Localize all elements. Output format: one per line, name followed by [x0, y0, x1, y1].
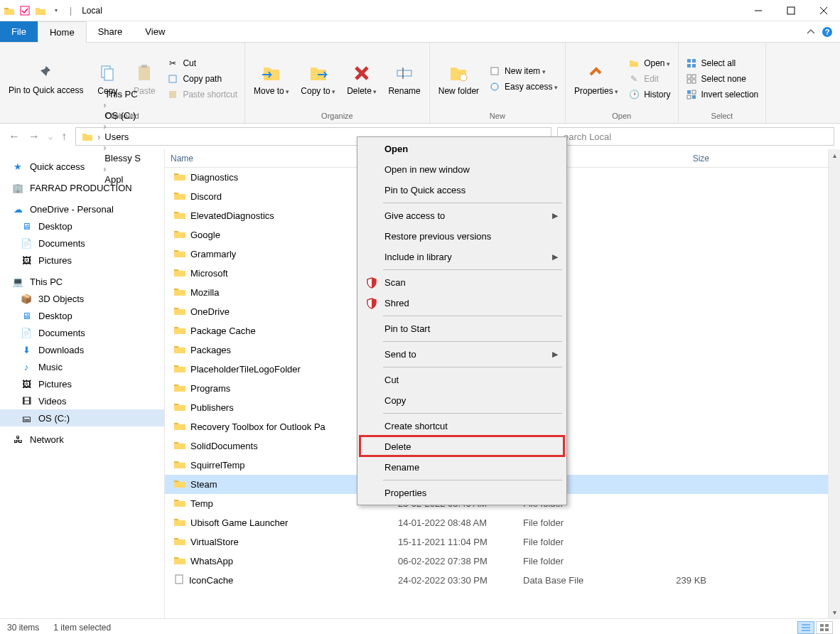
up-button[interactable]: ↑	[61, 130, 67, 143]
back-button[interactable]: ←	[9, 130, 20, 143]
new-folder-button[interactable]: New folder	[434, 60, 483, 97]
close-button[interactable]	[807, 0, 840, 21]
edit-button[interactable]: ✎Edit	[625, 72, 673, 86]
help-icon[interactable]: ?	[822, 26, 833, 38]
recent-dropdown-icon[interactable]: ⌵	[48, 133, 53, 141]
context-item-send-to[interactable]: Send to▶	[359, 344, 565, 365]
navigation-pane[interactable]: ★Quick access 🏢FARRAD PRODUCTION ☁OneDri…	[0, 149, 165, 618]
office-icon: 🏢	[11, 182, 24, 193]
qat-properties-checkbox-icon[interactable]	[18, 4, 31, 17]
nav-farrad[interactable]: 🏢FARRAD PRODUCTION	[0, 179, 164, 196]
vertical-scrollbar[interactable]: ▴ ▾	[828, 149, 840, 618]
nav-od-desktop[interactable]: 🖥Desktop	[0, 217, 164, 235]
view-large-icons-button[interactable]	[816, 621, 833, 634]
nav-desktop[interactable]: 🖥Desktop	[0, 307, 164, 324]
context-item-include-in-library[interactable]: Include in library▶	[359, 247, 565, 267]
nav-os-c[interactable]: 🖴OS (C:)	[0, 409, 164, 426]
svg-rect-23	[692, 75, 696, 78]
svg-rect-36	[820, 628, 824, 631]
properties-button[interactable]: Properties	[570, 60, 623, 97]
context-item-shred[interactable]: Shred	[359, 293, 565, 313]
context-item-open-in-new-window[interactable]: Open in new window	[359, 159, 565, 180]
chevron-icon[interactable]: ›	[102, 100, 107, 110]
nav-od-documents[interactable]: 📄Documents	[0, 235, 164, 252]
collapse-ribbon-icon[interactable]	[806, 27, 816, 37]
nav-buttons: ← → ⌵ ↑	[6, 130, 70, 143]
nav-documents[interactable]: 📄Documents	[0, 324, 164, 341]
breadcrumb-item[interactable]: OS (C:)	[102, 110, 144, 121]
open-button[interactable]: Open	[625, 56, 673, 70]
forward-button[interactable]: →	[28, 130, 40, 143]
nav-network[interactable]: 🖧Network	[0, 431, 164, 448]
context-item-pin-to-start[interactable]: Pin to Start	[359, 318, 565, 339]
view-details-button[interactable]	[797, 621, 814, 634]
search-input[interactable]: earch Local	[557, 127, 834, 146]
file-row[interactable]: Ubisoft Game Launcher14-01-2022 08:48 AM…	[165, 513, 840, 532]
context-item-pin-to-quick-access[interactable]: Pin to Quick access	[359, 180, 565, 200]
context-item-rename[interactable]: Rename	[359, 457, 565, 478]
svg-text:?: ?	[825, 28, 830, 36]
delete-button[interactable]: Delete	[343, 60, 381, 97]
scroll-track[interactable]	[829, 161, 840, 606]
copy-path-button[interactable]: Copy path	[164, 72, 240, 86]
scroll-up-icon[interactable]: ▴	[829, 149, 840, 161]
chevron-icon[interactable]: ›	[96, 131, 102, 142]
col-size[interactable]: Size	[630, 154, 715, 163]
chevron-icon[interactable]: ›	[102, 121, 107, 131]
folder-icon	[173, 498, 186, 510]
file-name: Discord	[190, 191, 222, 202]
nav-quick-access[interactable]: ★Quick access	[0, 158, 164, 175]
copy-to-icon	[307, 62, 330, 85]
pin-to-quick-access-button[interactable]: Pin to Quick access	[4, 60, 87, 97]
tab-home[interactable]: Home	[38, 21, 87, 43]
move-to-button[interactable]: Move to	[249, 60, 294, 97]
history-button[interactable]: 🕑History	[625, 87, 673, 102]
context-item-give-access-to[interactable]: Give access to▶	[359, 205, 565, 226]
pc-icon: 💻	[11, 276, 24, 287]
file-name: Mozilla	[190, 287, 219, 298]
select-all-button[interactable]: Select all	[683, 56, 762, 70]
submenu-arrow-icon: ▶	[552, 350, 558, 359]
context-item-properties[interactable]: Properties	[359, 483, 565, 503]
folder-open-icon[interactable]	[34, 4, 47, 17]
breadcrumb-item[interactable]: Users	[102, 131, 144, 142]
select-none-button[interactable]: Select none	[683, 72, 762, 86]
paste-shortcut-button[interactable]: Paste shortcut	[164, 87, 240, 102]
open-icon	[628, 58, 640, 69]
scroll-down-icon[interactable]: ▾	[829, 606, 840, 618]
cut-button[interactable]: ✂Cut	[164, 56, 240, 70]
file-row[interactable]: WhatsApp06-02-2022 07:38 PMFile folder	[165, 552, 840, 571]
nav-3d-objects[interactable]: 📦3D Objects	[0, 290, 164, 307]
nav-music[interactable]: ♪Music	[0, 358, 164, 375]
tab-view[interactable]: View	[134, 21, 176, 42]
breadcrumb-item[interactable]: This PC	[102, 89, 144, 100]
context-item-cut[interactable]: Cut	[359, 370, 565, 390]
qat-dropdown-icon[interactable]: ▾	[50, 4, 63, 17]
context-item-open[interactable]: Open	[359, 139, 565, 159]
context-item-scan[interactable]: Scan	[359, 272, 565, 293]
nav-onedrive[interactable]: ☁OneDrive - Personal	[0, 200, 164, 217]
new-item-button[interactable]: New item	[486, 64, 561, 78]
tab-share[interactable]: Share	[87, 21, 134, 42]
context-item-delete[interactable]: Delete	[359, 436, 565, 457]
file-row[interactable]: IconCache24-02-2022 03:30 PMData Base Fi…	[165, 571, 840, 590]
svg-rect-0	[21, 6, 29, 15]
context-item-restore-previous-versions[interactable]: Restore previous versions	[359, 226, 565, 247]
nav-od-pictures[interactable]: 🖼Pictures	[0, 252, 164, 269]
minimize-button[interactable]	[742, 0, 775, 21]
nav-this-pc[interactable]: 💻This PC	[0, 273, 164, 290]
context-item-create-shortcut[interactable]: Create shortcut	[359, 416, 565, 436]
context-item-copy[interactable]: Copy	[359, 390, 565, 411]
file-name: WhatsApp	[190, 556, 233, 566]
nav-videos[interactable]: 🎞Videos	[0, 392, 164, 409]
nav-pictures[interactable]: 🖼Pictures	[0, 375, 164, 392]
nav-downloads[interactable]: ⬇Downloads	[0, 341, 164, 358]
easy-access-button[interactable]: Easy access	[486, 80, 561, 94]
maximize-button[interactable]	[775, 0, 807, 21]
tab-file[interactable]: File	[0, 21, 38, 42]
context-item-label: Scan	[384, 277, 406, 288]
copy-to-button[interactable]: Copy to	[296, 60, 340, 97]
file-row[interactable]: VirtualStore15-11-2021 11:04 PMFile fold…	[165, 532, 840, 552]
rename-button[interactable]: Rename	[384, 60, 424, 97]
invert-selection-button[interactable]: Invert selection	[683, 87, 762, 102]
